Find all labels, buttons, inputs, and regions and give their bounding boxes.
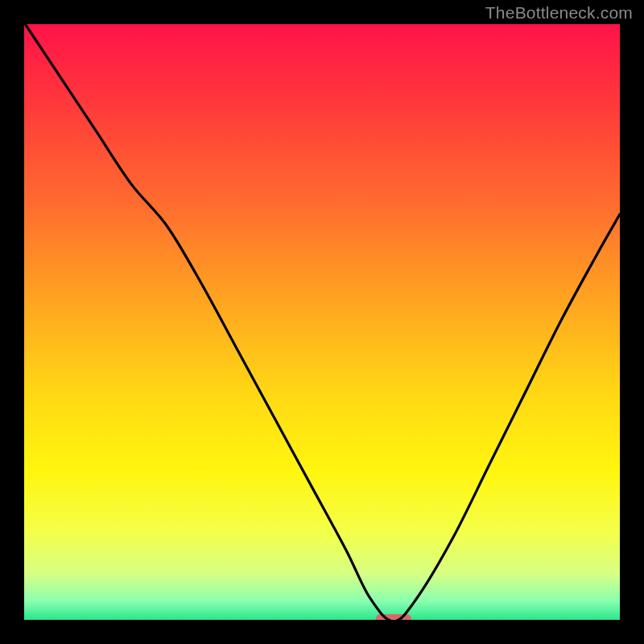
- plot-background: [24, 23, 620, 621]
- watermark-text: TheBottleneck.com: [485, 3, 633, 23]
- bottleneck-chart: [0, 0, 644, 644]
- chart-frame: TheBottleneck.com: [0, 0, 644, 644]
